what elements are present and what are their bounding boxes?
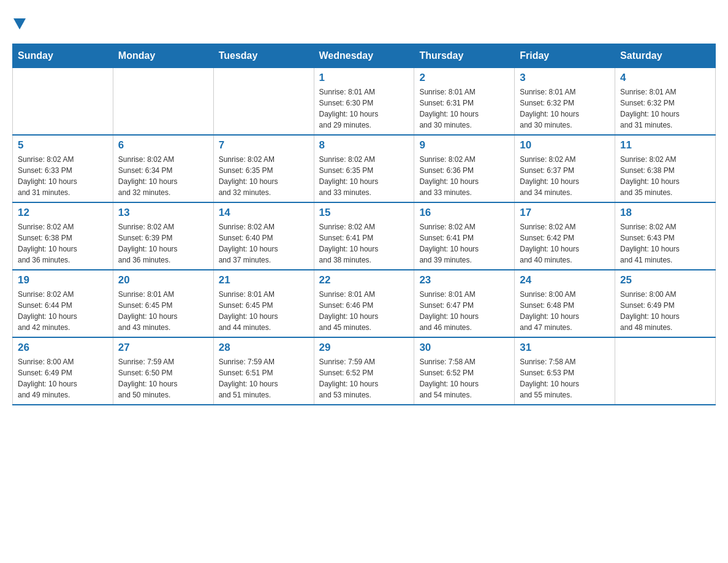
calendar-cell: 26Sunrise: 8:00 AM Sunset: 6:49 PM Dayli… xyxy=(13,337,113,405)
day-info: Sunrise: 8:01 AM Sunset: 6:30 PM Dayligh… xyxy=(319,86,409,131)
calendar-cell: 14Sunrise: 8:02 AM Sunset: 6:40 PM Dayli… xyxy=(213,202,314,270)
calendar-header-row: Sunday Monday Tuesday Wednesday Thursday… xyxy=(13,44,716,68)
day-info: Sunrise: 8:01 AM Sunset: 6:32 PM Dayligh… xyxy=(520,86,610,131)
day-number: 13 xyxy=(118,207,208,219)
calendar-cell: 9Sunrise: 8:02 AM Sunset: 6:36 PM Daylig… xyxy=(414,135,515,202)
calendar-cell: 8Sunrise: 8:02 AM Sunset: 6:35 PM Daylig… xyxy=(314,135,414,202)
col-header-sunday: Sunday xyxy=(13,44,113,68)
calendar-week-row: 5Sunrise: 8:02 AM Sunset: 6:33 PM Daylig… xyxy=(13,135,716,202)
day-info: Sunrise: 7:59 AM Sunset: 6:51 PM Dayligh… xyxy=(219,356,309,400)
day-number: 9 xyxy=(419,139,509,151)
day-number: 29 xyxy=(319,342,409,354)
day-number: 22 xyxy=(319,274,409,286)
day-number: 14 xyxy=(219,207,309,219)
day-number: 18 xyxy=(620,207,710,219)
day-info: Sunrise: 8:01 AM Sunset: 6:31 PM Dayligh… xyxy=(419,86,509,131)
calendar-cell: 27Sunrise: 7:59 AM Sunset: 6:50 PM Dayli… xyxy=(113,337,213,405)
calendar-cell xyxy=(213,68,314,136)
col-header-friday: Friday xyxy=(515,44,615,68)
day-info: Sunrise: 8:01 AM Sunset: 6:32 PM Dayligh… xyxy=(620,86,710,131)
day-number: 6 xyxy=(118,139,208,151)
day-info: Sunrise: 8:01 AM Sunset: 6:45 PM Dayligh… xyxy=(219,289,309,333)
day-info: Sunrise: 8:02 AM Sunset: 6:37 PM Dayligh… xyxy=(520,154,610,198)
calendar-cell: 2Sunrise: 8:01 AM Sunset: 6:31 PM Daylig… xyxy=(414,68,515,136)
calendar-cell: 4Sunrise: 8:01 AM Sunset: 6:32 PM Daylig… xyxy=(615,68,716,136)
day-info: Sunrise: 8:01 AM Sunset: 6:45 PM Dayligh… xyxy=(118,289,208,333)
logo-triangle-icon xyxy=(13,18,26,29)
day-info: Sunrise: 8:02 AM Sunset: 6:38 PM Dayligh… xyxy=(18,221,108,266)
logo xyxy=(12,12,26,31)
calendar-cell: 21Sunrise: 8:01 AM Sunset: 6:45 PM Dayli… xyxy=(213,270,314,337)
day-number: 25 xyxy=(620,274,710,286)
day-number: 16 xyxy=(419,207,509,219)
day-number: 4 xyxy=(620,72,710,84)
calendar-cell: 30Sunrise: 7:58 AM Sunset: 6:52 PM Dayli… xyxy=(414,337,515,405)
col-header-tuesday: Tuesday xyxy=(213,44,314,68)
calendar-week-row: 12Sunrise: 8:02 AM Sunset: 6:38 PM Dayli… xyxy=(13,202,716,270)
col-header-monday: Monday xyxy=(113,44,213,68)
calendar-cell: 28Sunrise: 7:59 AM Sunset: 6:51 PM Dayli… xyxy=(213,337,314,405)
calendar-cell: 18Sunrise: 8:02 AM Sunset: 6:43 PM Dayli… xyxy=(615,202,716,270)
calendar-cell xyxy=(113,68,213,136)
calendar-cell: 1Sunrise: 8:01 AM Sunset: 6:30 PM Daylig… xyxy=(314,68,414,136)
calendar-cell: 15Sunrise: 8:02 AM Sunset: 6:41 PM Dayli… xyxy=(314,202,414,270)
day-info: Sunrise: 8:00 AM Sunset: 6:49 PM Dayligh… xyxy=(620,289,710,333)
col-header-saturday: Saturday xyxy=(615,44,716,68)
day-info: Sunrise: 8:02 AM Sunset: 6:35 PM Dayligh… xyxy=(219,154,309,198)
calendar-week-row: 26Sunrise: 8:00 AM Sunset: 6:49 PM Dayli… xyxy=(13,337,716,405)
calendar-cell: 20Sunrise: 8:01 AM Sunset: 6:45 PM Dayli… xyxy=(113,270,213,337)
day-info: Sunrise: 8:01 AM Sunset: 6:46 PM Dayligh… xyxy=(319,289,409,333)
day-number: 31 xyxy=(520,342,610,354)
day-number: 17 xyxy=(520,207,610,219)
calendar-cell: 17Sunrise: 8:02 AM Sunset: 6:42 PM Dayli… xyxy=(515,202,615,270)
calendar-cell xyxy=(615,337,716,405)
calendar-cell: 6Sunrise: 8:02 AM Sunset: 6:34 PM Daylig… xyxy=(113,135,213,202)
day-number: 28 xyxy=(219,342,309,354)
logo-text-general xyxy=(12,12,26,31)
day-info: Sunrise: 8:02 AM Sunset: 6:43 PM Dayligh… xyxy=(620,221,710,266)
day-info: Sunrise: 8:00 AM Sunset: 6:48 PM Dayligh… xyxy=(520,289,610,333)
day-info: Sunrise: 8:02 AM Sunset: 6:33 PM Dayligh… xyxy=(18,154,108,198)
day-number: 15 xyxy=(319,207,409,219)
day-number: 19 xyxy=(18,274,108,286)
day-info: Sunrise: 8:02 AM Sunset: 6:40 PM Dayligh… xyxy=(219,221,309,266)
calendar-cell: 5Sunrise: 8:02 AM Sunset: 6:33 PM Daylig… xyxy=(13,135,113,202)
calendar-cell xyxy=(13,68,113,136)
calendar-cell: 24Sunrise: 8:00 AM Sunset: 6:48 PM Dayli… xyxy=(515,270,615,337)
calendar-table: Sunday Monday Tuesday Wednesday Thursday… xyxy=(12,44,716,405)
day-number: 23 xyxy=(419,274,509,286)
calendar-cell: 23Sunrise: 8:01 AM Sunset: 6:47 PM Dayli… xyxy=(414,270,515,337)
day-info: Sunrise: 8:02 AM Sunset: 6:41 PM Dayligh… xyxy=(419,221,509,266)
calendar-cell: 25Sunrise: 8:00 AM Sunset: 6:49 PM Dayli… xyxy=(615,270,716,337)
day-info: Sunrise: 8:02 AM Sunset: 6:44 PM Dayligh… xyxy=(18,289,108,333)
day-info: Sunrise: 7:58 AM Sunset: 6:52 PM Dayligh… xyxy=(419,356,509,400)
calendar-week-row: 1Sunrise: 8:01 AM Sunset: 6:30 PM Daylig… xyxy=(13,68,716,136)
day-number: 24 xyxy=(520,274,610,286)
day-number: 30 xyxy=(419,342,509,354)
col-header-wednesday: Wednesday xyxy=(314,44,414,68)
day-number: 12 xyxy=(18,207,108,219)
day-number: 2 xyxy=(419,72,509,84)
day-info: Sunrise: 8:02 AM Sunset: 6:38 PM Dayligh… xyxy=(620,154,710,198)
calendar-cell: 29Sunrise: 7:59 AM Sunset: 6:52 PM Dayli… xyxy=(314,337,414,405)
calendar-cell: 16Sunrise: 8:02 AM Sunset: 6:41 PM Dayli… xyxy=(414,202,515,270)
day-number: 20 xyxy=(118,274,208,286)
day-info: Sunrise: 8:02 AM Sunset: 6:34 PM Dayligh… xyxy=(118,154,208,198)
day-number: 5 xyxy=(18,139,108,151)
calendar-cell: 31Sunrise: 7:58 AM Sunset: 6:53 PM Dayli… xyxy=(515,337,615,405)
day-number: 3 xyxy=(520,72,610,84)
day-number: 10 xyxy=(520,139,610,151)
day-info: Sunrise: 8:02 AM Sunset: 6:39 PM Dayligh… xyxy=(118,221,208,266)
calendar-cell: 3Sunrise: 8:01 AM Sunset: 6:32 PM Daylig… xyxy=(515,68,615,136)
calendar-cell: 10Sunrise: 8:02 AM Sunset: 6:37 PM Dayli… xyxy=(515,135,615,202)
day-info: Sunrise: 7:58 AM Sunset: 6:53 PM Dayligh… xyxy=(520,356,610,400)
calendar-cell: 11Sunrise: 8:02 AM Sunset: 6:38 PM Dayli… xyxy=(615,135,716,202)
day-number: 27 xyxy=(118,342,208,354)
day-number: 11 xyxy=(620,139,710,151)
day-number: 26 xyxy=(18,342,108,354)
day-info: Sunrise: 8:02 AM Sunset: 6:41 PM Dayligh… xyxy=(319,221,409,266)
day-number: 8 xyxy=(319,139,409,151)
calendar-cell: 7Sunrise: 8:02 AM Sunset: 6:35 PM Daylig… xyxy=(213,135,314,202)
calendar-cell: 19Sunrise: 8:02 AM Sunset: 6:44 PM Dayli… xyxy=(13,270,113,337)
day-info: Sunrise: 8:02 AM Sunset: 6:35 PM Dayligh… xyxy=(319,154,409,198)
